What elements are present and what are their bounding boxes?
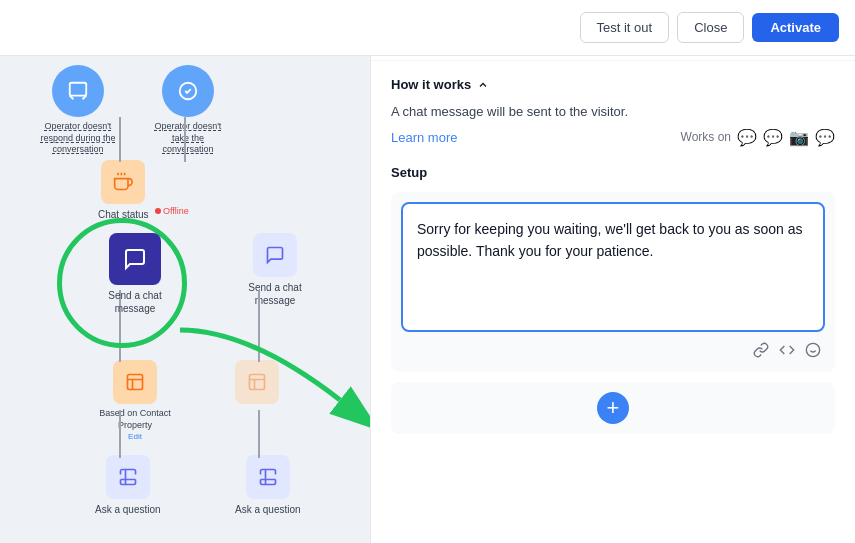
node-send-message-main[interactable]: Send a chat message — [95, 233, 175, 315]
node-ask-question[interactable]: Ask a question — [95, 455, 161, 516]
offline-badge: Offline — [155, 206, 189, 216]
description-text: A chat message will be sent to the visit… — [391, 102, 835, 122]
close-button[interactable]: Close — [677, 12, 744, 43]
node-chat-status: Chat status — [98, 160, 149, 221]
add-icon: + — [607, 397, 620, 419]
how-it-works-header[interactable]: How it works — [391, 77, 835, 92]
node-ask-question-2[interactable]: Ask a question — [235, 455, 301, 516]
ask-question-2-label: Ask a question — [235, 503, 301, 516]
side-panel: Action: Send a chat message How it works — [370, 0, 855, 543]
node-contact-property[interactable]: Based on Contact PropertyEdit — [95, 360, 175, 443]
svg-rect-0 — [70, 83, 87, 96]
ask-question-icon — [106, 455, 150, 499]
flow-canvas: Operator doesn't respond during the conv… — [0, 0, 370, 543]
svg-rect-3 — [128, 375, 143, 390]
channel-icon-whatsapp: 💬 — [815, 128, 835, 147]
add-row: + — [391, 382, 835, 434]
offline-dot — [155, 208, 161, 214]
node-operator-respond: Operator doesn't respond during the conv… — [38, 65, 118, 156]
channel-icon-instagram: 📷 — [789, 128, 809, 147]
emoji-tool-button[interactable] — [805, 342, 821, 362]
ask-question-label: Ask a question — [95, 503, 161, 516]
ask-question-2-icon — [246, 455, 290, 499]
code-tool-button[interactable] — [779, 342, 795, 362]
connector-5 — [119, 410, 121, 458]
send-message-2-label: Send a chat message — [235, 281, 315, 307]
connector-1 — [119, 117, 121, 162]
how-it-works-label: How it works — [391, 77, 471, 92]
operator-take-icon — [162, 65, 214, 117]
link-tool-button[interactable] — [753, 342, 769, 362]
message-box-outer: Sorry for keeping you waiting, we'll get… — [391, 192, 835, 372]
operator-respond-icon — [52, 65, 104, 117]
chat-status-icon — [101, 160, 145, 204]
add-button[interactable]: + — [597, 392, 629, 424]
channel-icon-messenger: 💬 — [763, 128, 783, 147]
works-on-label: Works on — [681, 130, 731, 144]
send-message-main-icon — [109, 233, 161, 285]
svg-point-8 — [806, 343, 819, 356]
test-button[interactable]: Test it out — [580, 12, 670, 43]
chevron-up-icon — [477, 79, 489, 91]
channel-icon-chat: 💬 — [737, 128, 757, 147]
learn-more-link[interactable]: Learn more — [391, 130, 457, 145]
activate-button[interactable]: Activate — [752, 13, 839, 42]
panel-body: How it works A chat message will be sent… — [371, 61, 855, 543]
connector-2 — [184, 117, 186, 162]
contact-property-label: Based on Contact PropertyEdit — [95, 408, 175, 443]
contact-property-icon — [113, 360, 157, 404]
setup-label: Setup — [391, 165, 835, 180]
top-bar: Test it out Close Activate — [0, 0, 855, 56]
node-send-message-2[interactable]: Send a chat message — [235, 233, 315, 307]
message-textarea[interactable]: Sorry for keeping you waiting, we'll get… — [401, 202, 825, 332]
learn-more-row: Learn more Works on 💬 💬 📷 💬 — [391, 128, 835, 147]
operator-take-label: Operator doesn't take the conversation — [148, 121, 228, 156]
node-operator-take: Operator doesn't take the conversation — [148, 65, 228, 156]
works-on-row: Works on 💬 💬 📷 💬 — [681, 128, 835, 147]
send-message-main-label: Send a chat message — [95, 289, 175, 315]
message-toolbar — [401, 336, 825, 362]
green-arrow — [170, 320, 370, 440]
offline-text: Offline — [163, 206, 189, 216]
send-message-2-icon — [253, 233, 297, 277]
operator-respond-label: Operator doesn't respond during the conv… — [38, 121, 118, 156]
